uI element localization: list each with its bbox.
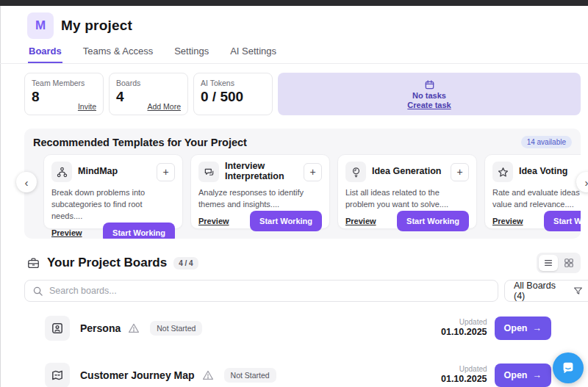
list-view-button[interactable]	[539, 255, 558, 271]
add-more-link[interactable]: Add More	[147, 102, 181, 111]
boards-toolbar: All Boards (4)	[24, 280, 581, 302]
grid-view-button[interactable]	[559, 255, 578, 271]
templates-carousel: MindMap + Break down problems into subca…	[43, 154, 581, 229]
recommended-templates-section: Recommended Templates for Your Project 1…	[24, 129, 581, 239]
template-description: Break down problems into subcategories t…	[51, 187, 175, 223]
filter-label: All Boards (4)	[514, 281, 567, 301]
star-icon	[498, 167, 509, 178]
arrow-right-icon: →	[533, 323, 542, 333]
board-row-persona: Persona Not Started Updated 01.10.2025 O…	[24, 311, 581, 346]
start-working-button[interactable]: Start Working	[103, 223, 175, 239]
chevron-left-icon: ‹	[25, 176, 29, 189]
updated-date: 01.10.2025	[441, 374, 487, 386]
page-title: My project	[61, 18, 132, 34]
updated-label: Updated	[441, 318, 487, 328]
add-template-button[interactable]: +	[304, 163, 322, 181]
warning-icon	[202, 369, 214, 381]
project-avatar: M	[27, 12, 54, 39]
add-template-button[interactable]: +	[451, 163, 469, 181]
grid-icon	[564, 258, 574, 268]
template-description: List all ideas related to the problem yo…	[345, 187, 469, 211]
updated-date: 01.10.2025	[441, 327, 487, 339]
template-card-idea-generation: Idea Generation + List all ideas related…	[337, 154, 477, 229]
chat-bubbles-icon	[204, 167, 215, 178]
project-page: M My project Boards Teams & Access Setti…	[0, 6, 588, 387]
updated-label: Updated	[441, 365, 487, 375]
add-template-button[interactable]: +	[157, 163, 175, 181]
window-top-bar	[0, 0, 588, 6]
arrow-right-icon: →	[533, 370, 542, 380]
stats-row: Team Members 8 Invite Boards 4 Add More …	[24, 73, 581, 115]
invite-link[interactable]: Invite	[78, 102, 96, 111]
stat-value: 0 / 500	[201, 89, 265, 105]
persona-icon	[51, 322, 64, 335]
open-board-button[interactable]: Open →	[495, 317, 551, 340]
template-card-interview-interpretation: Interview Interpretation + Analyze respo…	[190, 154, 330, 229]
template-card-mindmap: MindMap + Break down problems into subca…	[43, 154, 183, 229]
templates-title: Recommended Templates for Your Project	[33, 137, 247, 148]
search-box	[24, 280, 498, 302]
boards-filter-dropdown[interactable]: All Boards (4)	[504, 280, 588, 302]
boards-count-badge: 4 / 4	[173, 257, 198, 270]
board-list: Persona Not Started Updated 01.10.2025 O…	[24, 311, 581, 387]
board-row-customer-journey-map: Customer Journey Map Not Started Updated…	[24, 358, 581, 387]
mindmap-icon	[57, 167, 68, 178]
stat-card-ai-tokens: AI Tokens 0 / 500	[193, 73, 273, 115]
preview-link[interactable]: Preview	[492, 217, 523, 225]
calendar-icon	[424, 79, 435, 90]
template-description: Analyze responses to identify themes and…	[198, 187, 322, 211]
chat-widget-button[interactable]	[553, 352, 584, 383]
template-title: MindMap	[78, 167, 151, 177]
warning-icon	[128, 322, 140, 334]
stat-card-team-members: Team Members 8 Invite	[24, 73, 104, 115]
chevron-right-icon: ›	[585, 176, 588, 189]
open-board-button[interactable]: Open →	[495, 364, 551, 387]
tasks-panel: No tasks Create task	[278, 73, 581, 115]
filter-funnel-icon	[573, 286, 583, 296]
tab-boards[interactable]: Boards	[28, 43, 62, 63]
start-working-button[interactable]: Start Working	[250, 211, 322, 231]
stat-label: Boards	[116, 79, 181, 87]
status-badge: Not Started	[224, 368, 276, 383]
preview-link[interactable]: Preview	[51, 228, 82, 237]
project-boards-header: Your Project Boards 4 / 4	[24, 252, 581, 274]
template-title: Idea Voting	[519, 167, 581, 177]
template-card-idea-voting: Idea Voting + Rate and evaluate ideas ba…	[484, 154, 581, 229]
chat-bubble-icon	[560, 360, 576, 376]
view-toggle	[537, 253, 581, 273]
create-task-link[interactable]: Create task	[407, 101, 451, 109]
tab-settings[interactable]: Settings	[173, 43, 209, 63]
board-name: Persona	[80, 322, 121, 334]
template-title: Interview Interpretation	[225, 162, 298, 182]
tab-teams-access[interactable]: Teams & Access	[82, 43, 154, 63]
project-header: M My project	[27, 12, 581, 40]
status-badge: Not Started	[150, 321, 202, 336]
start-working-button[interactable]: Start Working	[397, 211, 469, 231]
board-name: Customer Journey Map	[80, 369, 195, 381]
templates-available-badge: 14 available	[521, 136, 572, 148]
journey-map-icon	[51, 369, 64, 382]
search-input[interactable]	[49, 286, 490, 296]
preview-link[interactable]: Preview	[198, 217, 229, 225]
list-icon	[543, 258, 553, 268]
template-description: Rate and evaluate ideas based value and …	[492, 187, 581, 211]
tabs-divider	[0, 63, 588, 64]
no-tasks-text: No tasks	[412, 91, 446, 100]
search-icon	[32, 286, 43, 297]
preview-link[interactable]: Preview	[345, 217, 376, 225]
tab-ai-settings[interactable]: AI Settings	[229, 43, 277, 63]
stat-card-boards: Boards 4 Add More	[109, 73, 188, 115]
lightbulb-icon	[351, 167, 362, 178]
project-tabs: Boards Teams & Access Settings AI Settin…	[28, 43, 581, 63]
stat-label: AI Tokens	[201, 79, 265, 87]
template-title: Idea Generation	[372, 167, 445, 177]
start-working-button[interactable]: Start Working	[544, 211, 581, 231]
carousel-prev-button[interactable]: ‹	[16, 172, 37, 192]
boards-box-icon	[26, 256, 40, 270]
boards-section-title: Your Project Boards	[47, 256, 167, 270]
templates-header: Recommended Templates for Your Project 1…	[33, 136, 581, 148]
stat-label: Team Members	[32, 79, 96, 87]
